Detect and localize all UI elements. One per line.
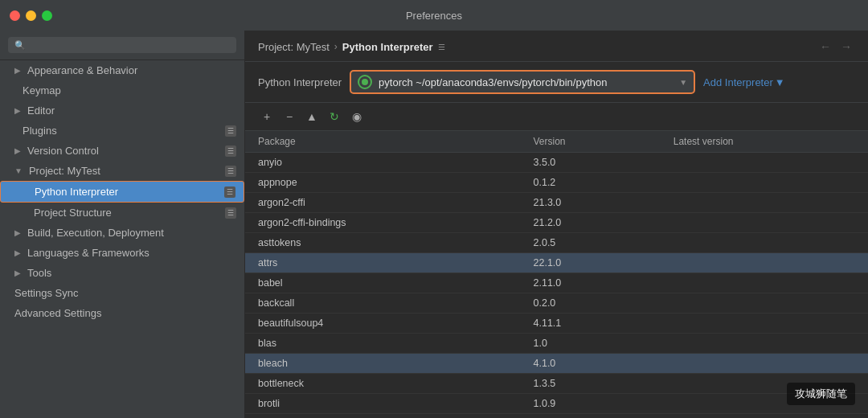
table-row[interactable]: argon2-cffi 21.3.0 <box>245 193 868 213</box>
package-latest <box>661 273 868 293</box>
sidebar-item-build[interactable]: ▶ Build, Execution, Deployment <box>0 223 244 243</box>
package-version: 4.1.0 <box>521 354 661 374</box>
table-row[interactable]: appnope 0.1.2 <box>245 173 868 193</box>
package-latest <box>661 153 868 173</box>
sidebar-item-label: Tools <box>27 267 51 279</box>
col-package: Package <box>245 131 521 153</box>
sidebar-item-project[interactable]: ▼ Project: MyTest ☰ <box>0 161 244 181</box>
maximize-button[interactable] <box>42 10 52 21</box>
interpreter-name: pytorch ~/opt/anaconda3/envs/pytorch/bin… <box>379 76 673 88</box>
sidebar-item-languages[interactable]: ▶ Languages & Frameworks <box>0 243 244 263</box>
minimize-button[interactable] <box>26 10 36 21</box>
sidebar-item-label: Project: MyTest <box>29 165 100 177</box>
expand-arrow-icon: ▶ <box>14 268 21 277</box>
watermark: 攻城狮随笔 <box>787 383 855 405</box>
sidebar-item-label: Python Interpreter <box>35 186 118 198</box>
package-name: backcall <box>245 293 521 314</box>
table-row[interactable]: blas 1.0 <box>245 334 868 354</box>
title-bar: Preferences <box>0 0 868 31</box>
dropdown-arrow-icon: ▼ <box>679 78 687 87</box>
col-version: Version <box>521 131 661 153</box>
package-latest <box>661 173 868 193</box>
table-row[interactable]: attrs 22.1.0 <box>245 253 868 273</box>
table-row[interactable]: argon2-cffi-bindings 21.2.0 <box>245 213 868 233</box>
traffic-lights <box>10 10 52 21</box>
nav-forward-button[interactable]: → <box>837 39 855 55</box>
sidebar-item-project-structure[interactable]: Project Structure ☰ <box>0 203 244 223</box>
search-icon: 🔍 <box>14 40 26 51</box>
sidebar-item-label: Editor <box>27 104 55 117</box>
package-name: babel <box>245 273 521 293</box>
package-name: anyio <box>245 153 521 173</box>
main-container: 🔍 ▶ Appearance & Behavior Keymap ▶ Edito… <box>0 31 868 418</box>
sidebar-item-appearance[interactable]: ▶ Appearance & Behavior <box>0 60 244 80</box>
sidebar-item-editor[interactable]: ▶ Editor <box>0 100 244 121</box>
interpreter-icon-inner <box>362 79 368 85</box>
table-row[interactable]: beautifulsoup4 4.11.1 <box>245 314 868 334</box>
package-latest <box>661 233 868 253</box>
sidebar-item-settings-sync[interactable]: Settings Sync <box>0 283 244 303</box>
toolbar-row: + − ▲ ↻ ◉ <box>245 103 868 131</box>
sidebar-item-label: Keymap <box>23 84 61 96</box>
package-version: 22.1.0 <box>521 253 661 273</box>
breadcrumb-separator: › <box>334 41 338 52</box>
package-version: 2.11.0 <box>521 273 661 293</box>
nav-arrows: ← → <box>817 39 855 55</box>
remove-package-button[interactable]: − <box>280 108 298 125</box>
sidebar-item-label: Plugins <box>23 125 57 137</box>
expand-arrow-icon: ▶ <box>14 146 21 155</box>
table-row[interactable]: anyio 3.5.0 <box>245 153 868 173</box>
sidebar-item-advanced-settings[interactable]: Advanced Settings <box>0 303 244 323</box>
interpreter-status-icon <box>358 75 372 89</box>
up-button[interactable]: ▲ <box>303 108 321 125</box>
table-row[interactable]: babel 2.11.0 <box>245 273 868 293</box>
close-button[interactable] <box>10 10 20 21</box>
package-name: asttokens <box>245 233 521 253</box>
content-area: Project: MyTest › Python Interpreter ☰ ←… <box>245 31 868 418</box>
window-title: Preferences <box>406 10 462 22</box>
package-version: 1.0.9 <box>521 394 661 414</box>
breadcrumb-icon: ☰ <box>438 43 445 51</box>
interpreter-dropdown[interactable]: pytorch ~/opt/anaconda3/envs/pytorch/bin… <box>350 70 695 94</box>
package-name: beautifulsoup4 <box>245 314 521 334</box>
package-name: bottleneck <box>245 374 521 394</box>
package-name: appnope <box>245 173 521 193</box>
sidebar-item-python-interpreter[interactable]: Python Interpreter ☰ <box>0 181 244 203</box>
badge-icon: ☰ <box>225 207 236 219</box>
package-version: 21.2.0 <box>521 213 661 233</box>
table-row[interactable]: brotli 1.0.9 <box>245 394 868 414</box>
search-bar: 🔍 <box>0 31 244 60</box>
package-version: 1.0 <box>521 334 661 354</box>
package-version: 0.2.0 <box>521 293 661 314</box>
search-input[interactable] <box>30 39 230 51</box>
table-row[interactable]: backcall 0.2.0 <box>245 293 868 314</box>
sidebar-item-version-control[interactable]: ▶ Version Control ☰ <box>0 141 244 161</box>
package-version: 21.3.0 <box>521 193 661 213</box>
package-name: bleach <box>245 354 521 374</box>
package-name: argon2-cffi <box>245 193 521 213</box>
sidebar-item-label: Project Structure <box>34 207 112 219</box>
table-row[interactable]: asttokens 2.0.5 <box>245 233 868 253</box>
package-latest <box>661 314 868 334</box>
expand-arrow-icon: ▶ <box>14 66 21 75</box>
sidebar-item-plugins[interactable]: Plugins ☰ <box>0 121 244 141</box>
badge-icon: ☰ <box>225 166 236 177</box>
package-latest <box>661 354 868 374</box>
add-interpreter-button[interactable]: Add Interpreter ▼ <box>703 76 785 88</box>
table-row[interactable]: bottleneck 1.3.5 <box>245 374 868 394</box>
package-version: 1.3.5 <box>521 374 661 394</box>
nav-back-button[interactable]: ← <box>817 39 834 55</box>
sidebar-item-label: Languages & Frameworks <box>27 247 149 259</box>
refresh-button[interactable]: ↻ <box>326 108 343 125</box>
breadcrumb: Project: MyTest › Python Interpreter ☰ <box>258 41 445 53</box>
sidebar-item-keymap[interactable]: Keymap <box>0 80 244 100</box>
col-latest: Latest version <box>661 131 868 153</box>
sidebar-item-label: Build, Execution, Deployment <box>27 227 164 239</box>
table-row[interactable]: bleach 4.1.0 <box>245 354 868 374</box>
package-latest <box>661 293 868 314</box>
search-wrap[interactable]: 🔍 <box>8 37 236 53</box>
add-package-button[interactable]: + <box>258 108 276 125</box>
sidebar-item-tools[interactable]: ▶ Tools <box>0 263 244 283</box>
package-name: attrs <box>245 253 521 273</box>
eye-button[interactable]: ◉ <box>348 108 366 125</box>
